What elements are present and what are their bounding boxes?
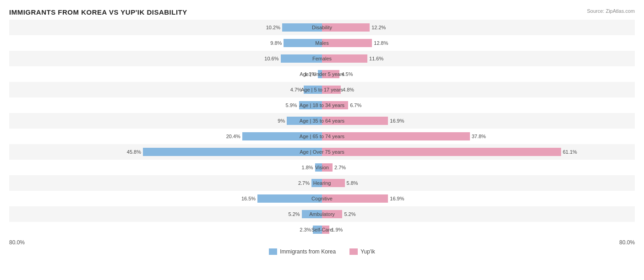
pink-bar: 12.8% (322, 39, 372, 47)
right-section: 6.7% (322, 97, 635, 113)
right-section: 4.5% (322, 66, 635, 82)
pink-bar: 12.2% (322, 23, 370, 32)
blue-bar: 1.1% (318, 70, 322, 78)
axis-labels: 80.0% 80.0% (9, 239, 635, 246)
right-section: 5.2% (322, 206, 635, 222)
left-section: 9% (9, 113, 322, 129)
left-value: 20.4% (226, 134, 240, 139)
right-value: 6.7% (350, 102, 361, 108)
right-section: 37.8% (322, 129, 635, 144)
left-value: 1.8% (302, 165, 313, 170)
bar-row: 9.8% 12.8% Males (9, 35, 635, 51)
pink-bar: 6.7% (322, 101, 348, 109)
right-value: 4.5% (341, 71, 353, 77)
left-section: 20.4% (9, 129, 322, 144)
bar-row: 4.7% 4.8% Age | 5 to 17 years (9, 82, 635, 97)
bar-row: 20.4% 37.8% Age | 65 to 74 years (9, 129, 635, 144)
pink-bar: 2.7% (322, 163, 333, 172)
right-section: 16.9% (322, 113, 635, 129)
legend-blue-label: Immigrants from Korea (280, 248, 336, 255)
pink-bar: 11.6% (322, 54, 367, 63)
right-value: 12.8% (374, 40, 388, 46)
left-section: 2.7% (9, 175, 322, 191)
pink-bar: 4.5% (322, 70, 339, 78)
blue-bar: 10.6% (281, 54, 322, 63)
blue-bar: 9.8% (284, 39, 322, 47)
left-section: 1.1% (9, 66, 322, 82)
right-value: 11.6% (369, 56, 383, 61)
left-section: 16.5% (9, 191, 322, 206)
pink-bar: 5.2% (322, 210, 342, 218)
bar-row: 9% 16.9% Age | 35 to 64 years (9, 113, 635, 129)
left-section: 10.6% (9, 51, 322, 66)
chart-title: IMMIGRANTS FROM KOREA VS YUP'IK DISABILI… (9, 8, 635, 16)
right-section: 5.8% (322, 175, 635, 191)
legend-blue: Immigrants from Korea (269, 248, 336, 255)
right-value: 1.9% (331, 227, 343, 232)
source-text: Source: ZipAtlas.com (587, 8, 635, 14)
bar-row: 10.2% 12.2% Disability (9, 20, 635, 35)
bar-row: 5.2% 5.2% Ambulatory (9, 206, 635, 222)
left-section: 10.2% (9, 20, 322, 35)
left-value: 16.5% (241, 196, 256, 201)
legend-pink-box (349, 248, 358, 255)
chart-area: 10.2% 12.2% Disability 9.8% 12.8% Males (9, 20, 635, 237)
right-section: 12.8% (322, 35, 635, 51)
bar-row: 10.6% 11.6% Females (9, 51, 635, 66)
blue-bar: 2.3% (313, 226, 322, 234)
right-value: 37.8% (472, 134, 486, 139)
pink-bar: 5.8% (322, 179, 345, 187)
left-value: 4.7% (290, 87, 302, 92)
blue-bar: 2.7% (311, 179, 322, 187)
blue-bar: 1.8% (315, 163, 322, 172)
left-value: 9% (278, 118, 285, 124)
right-value: 61.1% (563, 149, 577, 155)
left-value: 5.2% (289, 211, 300, 217)
left-value: 9.8% (270, 40, 282, 46)
blue-bar: 5.9% (299, 101, 322, 109)
right-value: 16.9% (390, 196, 404, 201)
left-value: 5.9% (286, 102, 297, 108)
left-section: 1.8% (9, 160, 322, 175)
bar-row: 5.9% 6.7% Age | 18 to 34 years (9, 97, 635, 113)
axis-left-label: 80.0% (9, 239, 25, 246)
right-value: 2.7% (334, 165, 346, 170)
blue-bar: 45.8% (143, 148, 322, 156)
bar-row: 16.5% 16.9% Cognitive (9, 191, 635, 206)
blue-bar: 4.7% (304, 86, 322, 94)
bar-row: 1.8% 2.7% Vision (9, 160, 635, 175)
left-value: 2.3% (300, 227, 311, 232)
left-value: 10.6% (264, 56, 278, 61)
pink-bar: 1.9% (322, 226, 329, 234)
left-section: 5.2% (9, 206, 322, 222)
blue-bar: 20.4% (242, 132, 322, 140)
pink-bar: 61.1% (322, 148, 561, 156)
legend-pink-label: Yup'ik (360, 248, 375, 255)
pink-bar: 16.9% (322, 117, 388, 125)
right-section: 2.7% (322, 160, 635, 175)
bar-row: 1.1% 4.5% Age | Under 5 years (9, 66, 635, 82)
bar-row: 2.3% 1.9% Self-Care (9, 222, 635, 237)
right-value: 16.9% (390, 118, 404, 124)
right-section: 61.1% (322, 144, 635, 160)
right-section: 1.9% (322, 222, 635, 237)
right-section: 11.6% (322, 51, 635, 66)
bar-row: 45.8% 61.1% Age | Over 75 years (9, 144, 635, 160)
legend: Immigrants from Korea Yup'ik (9, 248, 635, 255)
left-section: 4.7% (9, 82, 322, 97)
right-section: 4.8% (322, 82, 635, 97)
right-value: 12.2% (371, 25, 386, 30)
blue-bar: 9% (287, 117, 322, 125)
right-value: 5.8% (347, 180, 358, 186)
right-value: 4.8% (343, 87, 354, 92)
blue-bar: 10.2% (282, 23, 322, 32)
right-section: 12.2% (322, 20, 635, 35)
left-section: 5.9% (9, 97, 322, 113)
blue-bar: 16.5% (257, 194, 322, 203)
blue-bar: 5.2% (302, 210, 322, 218)
left-section: 9.8% (9, 35, 322, 51)
right-value: 5.2% (344, 211, 355, 217)
legend-blue-box (269, 248, 277, 255)
pink-bar: 37.8% (322, 132, 470, 140)
left-value: 1.1% (305, 71, 316, 77)
